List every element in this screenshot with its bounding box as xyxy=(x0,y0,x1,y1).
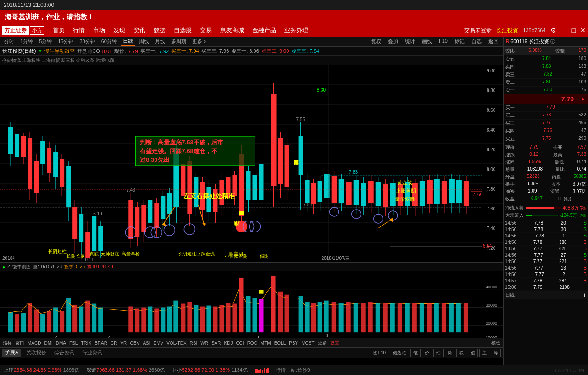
btn-fuquan[interactable]: 复权 xyxy=(369,38,383,45)
ind-psy[interactable]: PSY xyxy=(288,340,300,346)
stock-info-icon[interactable]: ⓘ xyxy=(550,39,555,45)
period-15min[interactable]: 15分钟 xyxy=(56,38,75,45)
ind-rsi[interactable]: RSI xyxy=(189,340,199,346)
minimize-btn[interactable]: — xyxy=(561,27,567,34)
nav-watchlist[interactable]: 自选股 xyxy=(170,25,195,35)
tab-related[interactable]: 关联报价 xyxy=(23,349,49,357)
tab-info[interactable]: 综合资讯 xyxy=(51,349,77,357)
btn-f10[interactable]: F10 xyxy=(437,38,450,45)
nav-login[interactable]: 交易未登录 xyxy=(464,27,492,34)
btn-price[interactable]: 价 xyxy=(422,349,432,357)
restore-btn[interactable]: □ xyxy=(572,27,576,34)
nav-business[interactable]: 业务办理 xyxy=(281,25,312,35)
ind-sar[interactable]: SAR xyxy=(210,340,222,346)
close-btn[interactable]: ✕ xyxy=(580,27,586,34)
chart-buy1-val: 7.92 xyxy=(159,49,169,54)
rp-plus-btn[interactable]: + xyxy=(583,292,586,298)
main-chart-svg: 9.00 8.80 8.60 8.40 8.20 8.00 7.80 7.60 … xyxy=(0,65,503,262)
chart-sell2: 虚三二: 9.00 xyxy=(261,48,289,55)
ind-window[interactable]: 窗口 xyxy=(14,339,26,347)
period-monthly[interactable]: 月线 xyxy=(153,38,167,45)
founder-logo: 方正证券 小方 xyxy=(2,26,44,35)
tab-industry[interactable]: 行业资讯 xyxy=(79,349,105,357)
btn-sidebar[interactable]: 侧边栏 xyxy=(390,349,409,357)
nav-data[interactable]: 数据 xyxy=(150,25,169,35)
chart-container[interactable]: 9.00 8.80 8.60 8.40 8.20 8.00 7.80 7.60 … xyxy=(0,65,503,262)
chart-buy3: 买三三: 7.96 xyxy=(201,48,229,55)
ind-wr[interactable]: WR xyxy=(199,340,210,346)
trade-row-2: 14:56 7.78 30 S xyxy=(504,226,588,233)
btn-detail[interactable]: 细 xyxy=(433,349,444,357)
btn-val[interactable]: 值 xyxy=(468,349,478,357)
period-1min[interactable]: 1分钟 xyxy=(18,38,35,45)
btn-stats[interactable]: 统计 xyxy=(403,38,417,45)
ind-mtm[interactable]: MTM xyxy=(259,340,272,346)
nav-market[interactable]: 行情 xyxy=(69,25,89,35)
sub-chart-container[interactable]: ● 21慢牛副图 量: 161570.23 换手: 5.26 摘10T: 44.… xyxy=(0,262,503,338)
btn-f10-bottom[interactable]: 图F10 xyxy=(371,349,388,357)
ind-roc[interactable]: ROC xyxy=(246,340,259,346)
nav-discover[interactable]: 发现 xyxy=(110,25,129,35)
nav-market2[interactable]: 市场 xyxy=(89,25,109,35)
ind-asi[interactable]: ASI xyxy=(141,340,151,346)
period-weekly[interactable]: 周线 xyxy=(137,38,151,45)
btn-mark[interactable]: 标记 xyxy=(452,38,467,45)
nav-news[interactable]: 资讯 xyxy=(130,25,149,35)
ind-fsl[interactable]: FSL xyxy=(68,340,79,346)
btn-back[interactable]: 返回 xyxy=(486,38,501,45)
nav-quanyou[interactable]: 泉友商城 xyxy=(216,25,248,35)
period-30min[interactable]: 30分钟 xyxy=(78,38,97,45)
svg-rect-136 xyxy=(246,171,250,200)
svg-text:20000: 20000 xyxy=(486,321,497,325)
btn-watchlist[interactable]: 自选 xyxy=(469,38,484,45)
svg-rect-283 xyxy=(72,305,77,333)
ind-template[interactable]: 模板 xyxy=(490,339,502,347)
ind-settings[interactable]: 设置 xyxy=(329,339,341,347)
sub-chart-icon: ● xyxy=(2,265,5,270)
right-panel: 委比 6.08% 委差 170 卖五 7.84 180 卖四 7.83 133 … xyxy=(503,47,588,365)
period-more[interactable]: 更多 > xyxy=(190,38,208,45)
ind-macd[interactable]: MACD xyxy=(26,340,42,346)
buy-order-2: 买二 7.78 582 xyxy=(504,112,588,120)
period-fen[interactable]: 分时 xyxy=(2,38,16,45)
ind-emv[interactable]: EMV xyxy=(152,340,165,346)
ind-kdj[interactable]: KDJ xyxy=(222,340,234,346)
nav-changjiang[interactable]: 长江投资 xyxy=(496,27,518,34)
svg-point-99 xyxy=(164,225,175,236)
ind-more[interactable]: 更多 xyxy=(316,339,328,347)
svg-rect-301 xyxy=(213,307,217,333)
chart-price-label: 现价: xyxy=(114,48,126,55)
ind-cci[interactable]: CCI xyxy=(234,340,245,346)
ind-voltdx[interactable]: VOL-TDX xyxy=(165,340,188,346)
ind-mcst[interactable]: MCST xyxy=(300,340,316,346)
ind-brar[interactable]: BRAR xyxy=(93,340,109,346)
svg-rect-196 xyxy=(383,184,388,207)
page-title: 海哥基训班，作业，请指教！ xyxy=(5,13,94,22)
ind-cr[interactable]: CR xyxy=(109,340,118,346)
ind-label: 指标 xyxy=(1,339,13,347)
ind-trix[interactable]: TRIX xyxy=(79,340,93,346)
ind-boll[interactable]: BOLL xyxy=(273,340,288,346)
ind-obv[interactable]: OBV xyxy=(128,340,141,346)
svg-rect-312 xyxy=(259,290,264,294)
nav-home[interactable]: 首页 xyxy=(49,25,68,35)
tab-ext-a[interactable]: 扩展A xyxy=(2,349,21,357)
period-5min[interactable]: 5分钟 xyxy=(37,38,54,45)
nav-financial[interactable]: 金融产品 xyxy=(249,25,280,35)
ind-dmi[interactable]: DMI xyxy=(43,340,54,346)
btn-link[interactable]: 联 xyxy=(456,349,466,357)
rp-daily-label[interactable]: 日线 xyxy=(505,292,515,298)
btn-main[interactable]: 主 xyxy=(479,349,489,357)
btn-diejia[interactable]: 叠加 xyxy=(386,38,400,45)
btn-equal[interactable]: 等 xyxy=(491,349,501,357)
period-daily[interactable]: 日线 xyxy=(121,37,135,46)
btn-pen[interactable]: 笔 xyxy=(410,349,421,357)
btn-trend[interactable]: 势 xyxy=(445,349,455,357)
btn-draw[interactable]: 画线 xyxy=(420,38,434,45)
period-60min[interactable]: 60分钟 xyxy=(100,38,119,45)
nav-trade[interactable]: 交易 xyxy=(196,25,216,35)
settings-icon[interactable]: ⚙ xyxy=(550,27,556,34)
period-multi[interactable]: 多周期 xyxy=(169,38,188,45)
ind-vr[interactable]: VR xyxy=(119,340,128,346)
ind-dma[interactable]: DMA xyxy=(55,340,67,346)
